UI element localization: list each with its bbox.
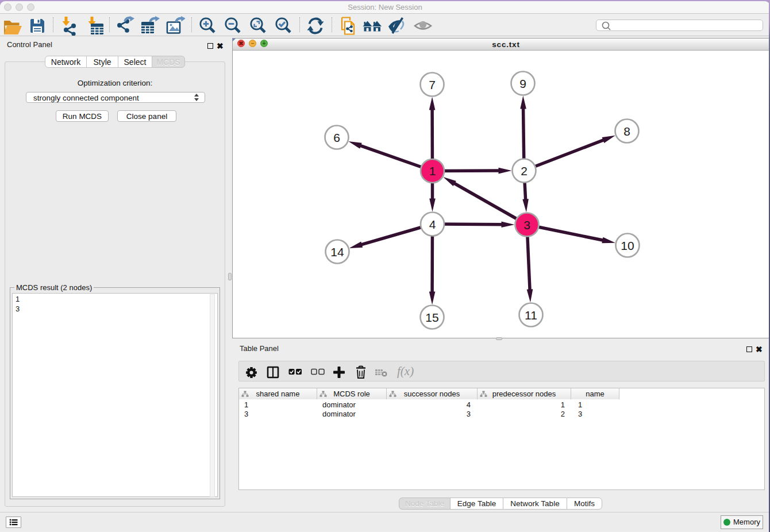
- svg-text:15: 15: [425, 311, 438, 324]
- svg-text:3: 3: [523, 218, 530, 232]
- svg-text:10: 10: [621, 239, 634, 252]
- svg-text:9: 9: [519, 77, 526, 90]
- svg-text:14: 14: [330, 245, 344, 259]
- svg-text:7: 7: [429, 78, 436, 91]
- svg-text:2: 2: [521, 164, 528, 178]
- svg-text:8: 8: [623, 125, 630, 138]
- svg-text:1: 1: [429, 164, 436, 178]
- svg-text:6: 6: [333, 131, 340, 144]
- svg-text:11: 11: [525, 309, 537, 322]
- svg-text:4: 4: [429, 218, 436, 231]
